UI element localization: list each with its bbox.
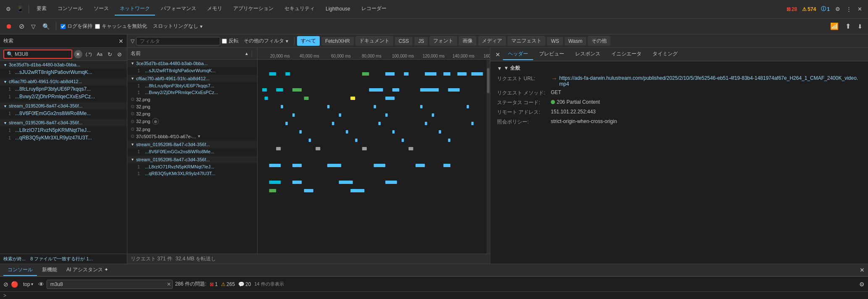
tab-memory[interactable]: メモリ	[202, 3, 227, 16]
console-settings-btn[interactable]: ⚙	[859, 281, 865, 288]
req-item-4-2[interactable]: 1 ...qRB3Q5yKMr3XLR9ylz47lU3T...	[127, 170, 257, 177]
other-filters-btn[interactable]: その他のフィルタ ▾	[240, 36, 292, 46]
search-network-btn[interactable]: 🔍	[40, 22, 52, 31]
settings-btn[interactable]: ⚙	[833, 4, 843, 14]
general-section-header[interactable]: ▼ ▼ 全般	[497, 65, 861, 72]
filter-image[interactable]: 画像	[459, 36, 476, 46]
req-group-header-4[interactable]: ▼ stream_019520f6-8a47-c3d4-356f...	[127, 156, 257, 163]
tab-recorder[interactable]: レコーダー	[356, 3, 392, 16]
disable-cache-checkbox[interactable]: キャッシュを無効化	[95, 23, 147, 30]
divider	[29, 5, 29, 13]
clear-search-btn[interactable]: ✕	[74, 50, 82, 58]
wifi-icon-btn[interactable]: 📶	[828, 21, 841, 31]
waterfall-scrollbar[interactable]	[487, 60, 490, 254]
clear-results-btn[interactable]: ⊘	[116, 50, 124, 58]
req-file-5[interactable]: ⊙ 32.png	[127, 126, 257, 133]
result-item-4-2[interactable]: 1 ...qRB3Q5yKMr3XLR9ylz47lU3T...	[0, 134, 127, 142]
tab-response[interactable]: レスポンス	[570, 49, 605, 60]
close-devtools-btn[interactable]: ✕	[855, 4, 865, 14]
throttle-dropdown[interactable]: スロットリングなし ▾	[150, 21, 206, 31]
add-to-filter-btn[interactable]: ⊕	[152, 118, 159, 125]
result-item-3-1[interactable]: 1 ...8V6F0fEmGGx2ns8iWRo8Me...	[0, 110, 127, 117]
top-context-btn[interactable]: top ▾	[21, 281, 36, 288]
record-btn[interactable]: ⏺	[3, 21, 14, 31]
req-file-3[interactable]: ⊙ 32.png	[127, 110, 257, 117]
refresh-search-btn[interactable]: ↻	[106, 50, 114, 58]
close-detail-btn[interactable]: ✕	[494, 50, 502, 59]
req-item-1-1[interactable]: 1 ...sJU2wRT8nlgNPa6ovrWumqK...	[127, 67, 257, 74]
filter-wasm[interactable]: Wasm	[565, 37, 587, 45]
req-item-4-1[interactable]: 1 ...L8rzIO71RvzN5pKRMNqt7IeJ...	[127, 163, 257, 170]
filter-font[interactable]: フォント	[429, 36, 457, 46]
console-clear-btn[interactable]: ⊘	[3, 281, 8, 288]
filter-ws[interactable]: WS	[547, 37, 563, 45]
download-har-btn[interactable]: ⬇	[855, 22, 865, 31]
upload-har-btn[interactable]: ⬆	[843, 21, 853, 31]
tab-console[interactable]: コンソール	[53, 3, 88, 16]
case-sensitive-btn[interactable]: Aa	[95, 51, 104, 58]
tab-lighthouse[interactable]: Lighthouse	[321, 3, 355, 15]
req-file-4[interactable]: ⊙ 32.png ⊕	[127, 117, 257, 126]
tab-performance[interactable]: パフォーマンス	[156, 3, 201, 16]
console-tab-console[interactable]: コンソール	[3, 265, 37, 276]
result-item-2-1[interactable]: 1 ...8fcLruy8pnP3btyUE6P7kqqs7...	[0, 85, 127, 93]
req-file-6[interactable]: ⊙ 37c50075-bbbb-4f10-a67e-... ▾	[127, 133, 257, 140]
req-file-1[interactable]: ⊙ 32.png	[127, 96, 257, 103]
console-input[interactable]	[8, 293, 865, 299]
req-item-2-1[interactable]: 1 ...8fcLruy8pnP3btyUE6P7kqqs7...	[127, 82, 257, 89]
result-item-4-1[interactable]: 1 ...L8rzIO71RvzN5pKRMNqt7IeJ...	[0, 126, 127, 134]
devtools-icon-btn[interactable]: ⚙	[3, 4, 13, 14]
filter-js[interactable]: JS	[414, 37, 428, 45]
console-tab-ai[interactable]: AI アシスタンス ✦	[62, 265, 113, 276]
filter-all[interactable]: すべて	[297, 36, 320, 46]
sort-icon[interactable]: ▲	[245, 51, 249, 56]
filter-other[interactable]: その他	[588, 36, 610, 46]
device-toolbar-btn[interactable]: 📱	[14, 4, 26, 14]
console-tab-new[interactable]: 新機能	[38, 265, 61, 276]
req-item-3-1[interactable]: 1 ...8V6F0fEmGGx2ns8iWRo8Me...	[127, 148, 257, 155]
console-stop-btn[interactable]: 🔴	[11, 281, 18, 288]
result-group-2[interactable]: cf6ac7f0-abf0-4961-91fc-ab8d412...	[0, 78, 127, 85]
line-num-2-2: 1	[8, 94, 14, 99]
filter-btn[interactable]: ▽	[29, 22, 38, 31]
result-item-1-1[interactable]: 1 ...sJU2wRT8nlgNPa6ovrWumqK...	[0, 68, 127, 76]
req-item-2-2[interactable]: 1 ...Bvwy2/ZjDhrPRmlqeCXxEsPCz...	[127, 89, 257, 96]
tab-security[interactable]: セキュリティ	[279, 3, 320, 16]
close-console-btn[interactable]: ✕	[860, 267, 865, 273]
tab-timing[interactable]: タイミング	[647, 49, 683, 60]
close-search-btn[interactable]: ✕	[118, 38, 124, 45]
console-filter-input[interactable]	[47, 280, 173, 289]
req-file-2[interactable]: ⊙ 32.png	[127, 103, 257, 110]
tab-elements[interactable]: 要素	[32, 3, 52, 16]
filter-media[interactable]: メディア	[478, 36, 506, 46]
result-group-3[interactable]: stream_019520f6-8a47-c3d4-356f...	[0, 102, 127, 110]
result-group-4[interactable]: stream_019520f6-8a47-c3d4-356f...	[0, 119, 127, 126]
tab-sources[interactable]: ソース	[89, 3, 114, 16]
regex-btn[interactable]: (.*)	[84, 51, 94, 58]
result-item-2-2[interactable]: 1 ...Bvwy2/ZjDhrPRmlqeCXxEsPCz...	[0, 93, 127, 100]
req-group-header-3[interactable]: ▼ stream_019520f6-8a47-c3d4-356f...	[127, 141, 257, 148]
more-options-btn[interactable]: ⋮	[844, 4, 854, 14]
filter-css[interactable]: CSS	[395, 37, 413, 45]
clear-console-filter-btn[interactable]: ✕	[167, 281, 171, 287]
invert-checkbox[interactable]: 反転	[222, 37, 239, 45]
search-input[interactable]	[15, 51, 40, 57]
filter-fetch-xhr[interactable]: Fetch/XHR	[321, 37, 354, 45]
req-group-header-1[interactable]: ▼ 3ce35d7b-d1ba-4480-b3ab-0bba...	[127, 60, 257, 67]
filter-document[interactable]: ドキュメント	[355, 36, 393, 46]
tab-initiator[interactable]: イニシエータ	[606, 49, 647, 60]
col-resize-handle[interactable]: │	[250, 51, 254, 57]
tab-headers[interactable]: ヘッダー	[503, 49, 533, 60]
filter-input[interactable]	[136, 37, 220, 45]
tab-preview[interactable]: プレビュー	[534, 49, 569, 60]
filter-manifest[interactable]: マニフェスト	[508, 36, 545, 46]
waterfall-scroll-thumb[interactable]	[487, 68, 489, 93]
preserve-log-checkbox[interactable]: ログを保持	[60, 23, 92, 30]
clear-btn[interactable]: ⊘	[17, 21, 26, 31]
tab-network[interactable]: ネットワーク	[115, 3, 155, 16]
filter-icon-btn[interactable]: ▽	[131, 38, 134, 44]
tab-application[interactable]: アプリケーション	[228, 3, 279, 16]
eye-btn[interactable]: 👁	[38, 281, 44, 288]
req-group-header-2[interactable]: ▼ cf6ac7f0-abf0-4961-91fc-ab8d412...	[127, 75, 257, 82]
result-group-1[interactable]: 3ce35d7b-d1ba-4480-b3ab-0bba...	[0, 61, 127, 68]
